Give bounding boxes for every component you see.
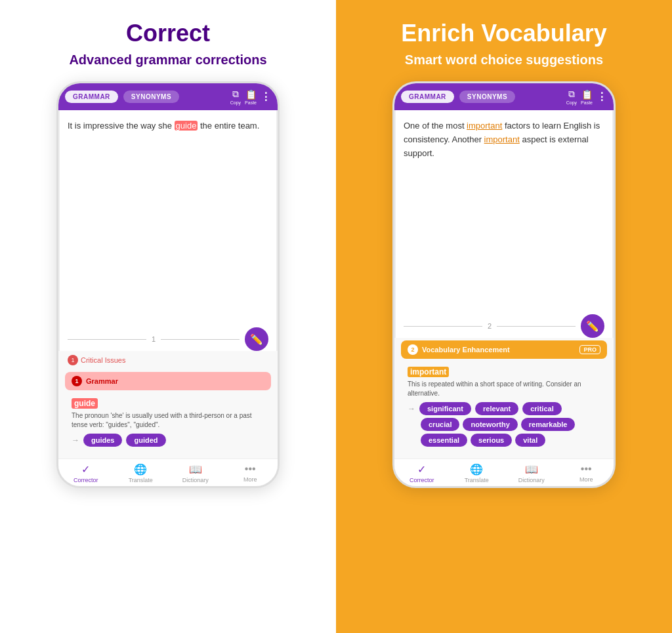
issues-badge-left: 1 <box>68 355 78 365</box>
issues-label-left: Critical Issues <box>81 356 125 364</box>
text-highlighted2-right: important <box>484 134 520 144</box>
paste-label-right: Paste <box>581 100 593 105</box>
right-chips-row2: crucial noteworthy remarkable <box>421 418 600 431</box>
left-suggestion-box: guide The pronoun 'she' is usually used … <box>65 393 271 451</box>
right-text-area: One of the most important factors to lea… <box>394 110 614 314</box>
toolbar-icons-right: ⧉ Copy 📋 Paste ⋮ <box>566 89 607 105</box>
nav-more-right[interactable]: ••• More <box>559 463 614 483</box>
tab-grammar-left[interactable]: GRAMMAR <box>65 91 118 103</box>
more-icon-right: ••• <box>581 463 592 475</box>
nav-corrector-label-right: Corrector <box>410 477 434 483</box>
chip-vital[interactable]: vital <box>515 434 545 447</box>
left-word-highlight: guide <box>72 398 98 409</box>
left-divider-line-2 <box>161 339 240 340</box>
chip-significant[interactable]: significant <box>419 402 471 415</box>
right-divider-num: 2 <box>488 322 492 330</box>
nav-translate-label-right: Translate <box>465 477 489 483</box>
translate-icon-right: 🌐 <box>470 463 483 476</box>
left-toolbar: GRAMMAR SYNONYMS ⧉ Copy 📋 Paste ⋮ <box>58 83 278 110</box>
left-suggestion-text: The pronoun 'she' is usually used with a… <box>72 411 264 430</box>
tab-synonyms-left[interactable]: SYNONYMS <box>123 91 179 103</box>
translate-icon-left: 🌐 <box>134 463 147 476</box>
left-divider-line-1 <box>68 339 146 340</box>
left-phone: GRAMMAR SYNONYMS ⧉ Copy 📋 Paste ⋮ It is … <box>56 81 280 488</box>
grammar-label-left: Grammar <box>86 377 118 385</box>
right-panel: Enrich Vocabulary Smart word choice sugg… <box>336 0 672 633</box>
text-highlighted1-right: important <box>467 121 502 131</box>
paste-icon-left: 📋 <box>245 89 257 100</box>
left-suggestion-chips: → guides guided <box>72 434 264 447</box>
right-chips-row3: essential serious vital <box>421 434 600 447</box>
nav-dictionary-right[interactable]: 📖 Dictionary <box>504 463 559 483</box>
grammar-badge-left: 1 <box>72 376 82 386</box>
paste-btn-left[interactable]: 📋 Paste <box>245 89 257 105</box>
pro-badge-right: PRO <box>579 345 600 354</box>
chip-guides[interactable]: guides <box>83 434 122 447</box>
left-panel: Correct Advanced grammar corrections GRA… <box>0 0 336 633</box>
nav-translate-label-left: Translate <box>129 477 153 483</box>
paste-btn-right[interactable]: 📋 Paste <box>581 89 593 105</box>
right-word-highlight: important <box>408 367 449 377</box>
vocab-label-right: Vocabulary Enhancement <box>422 346 510 354</box>
copy-icon-right: ⧉ <box>568 89 575 100</box>
vocab-card-right: 2 Vocabulary Enhancement PRO <box>401 340 607 359</box>
left-edit-fab[interactable]: ✏️ <box>245 327 268 351</box>
paste-icon-right: 📋 <box>581 89 593 100</box>
nav-dictionary-left[interactable]: 📖 Dictionary <box>168 463 223 483</box>
left-divider-num: 1 <box>152 335 156 343</box>
chip-noteworthy[interactable]: noteworthy <box>463 418 517 431</box>
nav-corrector-right[interactable]: ✓ Corrector <box>394 463 450 483</box>
corrector-icon-right: ✓ <box>417 463 426 476</box>
right-subtitle: Smart word choice suggestions <box>405 51 603 68</box>
chip-crucial[interactable]: crucial <box>421 418 459 431</box>
text-before-right: One of the most <box>404 121 467 131</box>
copy-label-left: Copy <box>230 100 241 105</box>
right-divider-row: 2 ✏️ <box>394 314 614 338</box>
text-after-left: the entire team. <box>198 121 259 131</box>
copy-icon-left: ⧉ <box>232 89 239 100</box>
nav-corrector-label-left: Corrector <box>74 477 98 483</box>
chip-guided[interactable]: guided <box>126 434 165 447</box>
right-edit-fab[interactable]: ✏️ <box>581 314 604 338</box>
left-divider-row: 1 ✏️ <box>58 327 278 351</box>
copy-btn-left[interactable]: ⧉ Copy <box>230 89 241 105</box>
text-highlighted-left: guide <box>175 121 198 131</box>
nav-more-left[interactable]: ••• More <box>223 463 278 483</box>
dictionary-icon-right: 📖 <box>525 463 538 476</box>
right-divider-line-2 <box>497 326 576 327</box>
chip-remarkable[interactable]: remarkable <box>521 418 576 431</box>
left-title: Correct <box>126 20 210 47</box>
nav-translate-right[interactable]: 🌐 Translate <box>450 463 505 483</box>
tab-synonyms-right[interactable]: SYNONYMS <box>459 91 515 103</box>
nav-dictionary-label-left: Dictionary <box>182 477 209 483</box>
right-suggestion-box: important This is repeated within a shor… <box>401 361 607 451</box>
dictionary-icon-left: 📖 <box>189 463 202 476</box>
arrow-left: → <box>72 436 79 445</box>
chip-relevant[interactable]: relevant <box>475 402 518 415</box>
chip-critical[interactable]: critical <box>522 402 561 415</box>
tab-grammar-right[interactable]: GRAMMAR <box>401 91 454 103</box>
right-divider-line-1 <box>404 326 482 327</box>
more-btn-right[interactable]: ⋮ <box>597 91 607 103</box>
right-issues-panel: 2 Vocabulary Enhancement PRO important T… <box>394 338 614 459</box>
right-toolbar: GRAMMAR SYNONYMS ⧉ Copy 📋 Paste ⋮ <box>394 83 614 110</box>
nav-corrector-left[interactable]: ✓ Corrector <box>58 463 114 483</box>
paste-label-left: Paste <box>245 100 257 105</box>
chip-essential[interactable]: essential <box>421 434 467 447</box>
right-suggestion-text: This is repeated within a short space of… <box>408 380 600 398</box>
left-bottom-nav: ✓ Corrector 🌐 Translate 📖 Dictionary •••… <box>58 459 278 486</box>
chip-serious[interactable]: serious <box>471 434 512 447</box>
right-bottom-nav: ✓ Corrector 🌐 Translate 📖 Dictionary •••… <box>394 459 614 486</box>
more-btn-left[interactable]: ⋮ <box>261 91 271 103</box>
nav-translate-left[interactable]: 🌐 Translate <box>114 463 169 483</box>
left-text-area: It is impressive the way she guide the e… <box>58 110 278 327</box>
arrow-right: → <box>408 404 415 413</box>
toolbar-icons-left: ⧉ Copy 📋 Paste ⋮ <box>230 89 271 105</box>
nav-more-label-right: More <box>579 476 593 483</box>
right-title: Enrich Vocabulary <box>401 20 606 47</box>
left-issues-header: 1 Critical Issues <box>58 351 278 369</box>
copy-label-right: Copy <box>566 100 577 105</box>
corrector-icon-left: ✓ <box>81 463 90 476</box>
more-icon-left: ••• <box>245 463 256 475</box>
copy-btn-right[interactable]: ⧉ Copy <box>566 89 577 105</box>
